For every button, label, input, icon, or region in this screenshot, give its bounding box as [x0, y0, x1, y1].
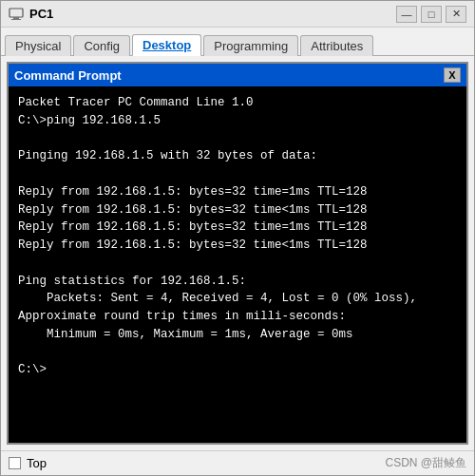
top-label: Top	[27, 456, 47, 470]
tab-physical[interactable]: Physical	[5, 35, 71, 56]
tab-programming[interactable]: Programming	[203, 35, 298, 56]
svg-rect-2	[11, 19, 21, 20]
title-bar-left: PC1	[9, 7, 53, 21]
tab-bar: Physical Config Desktop Programming Attr…	[1, 28, 474, 56]
maximize-button[interactable]: □	[421, 6, 442, 23]
title-controls: — □ ✕	[396, 6, 466, 23]
bottom-left: Top	[9, 456, 47, 470]
bottom-bar: Top CSDN @甜鲮鱼	[1, 450, 474, 475]
cmd-title-text: Command Prompt	[14, 68, 122, 83]
top-checkbox[interactable]	[9, 457, 21, 469]
minimize-button[interactable]: —	[396, 6, 417, 23]
window-title: PC1	[29, 7, 53, 21]
svg-rect-0	[10, 9, 23, 17]
tab-attributes[interactable]: Attributes	[300, 35, 373, 56]
cmd-title-bar: Command Prompt X	[9, 64, 466, 86]
cmd-body[interactable]: Packet Tracer PC Command Line 1.0 C:\>pi…	[9, 86, 466, 443]
command-prompt-window: Command Prompt X Packet Tracer PC Comman…	[7, 62, 468, 445]
title-bar: PC1 — □ ✕	[1, 1, 474, 28]
close-window-button[interactable]: ✕	[446, 6, 466, 23]
tab-config[interactable]: Config	[73, 35, 130, 56]
watermark: CSDN @甜鲮鱼	[385, 455, 466, 471]
main-window: PC1 — □ ✕ Physical Config Desktop Progra…	[0, 0, 475, 476]
cmd-close-button[interactable]: X	[444, 67, 461, 83]
pc-icon	[9, 8, 24, 21]
tab-desktop[interactable]: Desktop	[132, 34, 201, 56]
content-area: Command Prompt X Packet Tracer PC Comman…	[1, 56, 474, 450]
svg-rect-1	[13, 17, 19, 19]
